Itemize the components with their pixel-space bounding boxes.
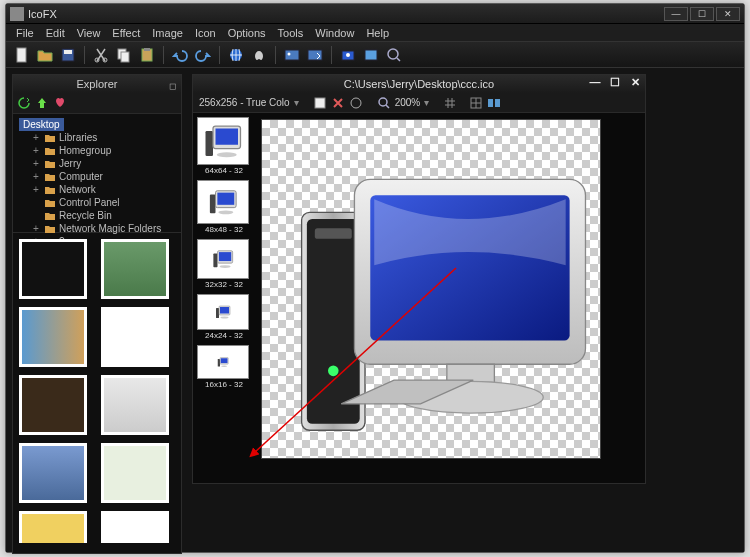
icon-canvas[interactable]	[261, 119, 601, 459]
computer-icon	[262, 120, 600, 458]
menu-tools[interactable]: Tools	[272, 25, 310, 41]
svg-rect-27	[210, 195, 216, 214]
menu-view[interactable]: View	[71, 25, 107, 41]
tree-item[interactable]: +Network	[19, 183, 175, 196]
menubar: File Edit View Effect Image Icon Options…	[6, 24, 744, 42]
menu-effect[interactable]: Effect	[106, 25, 146, 41]
menu-image[interactable]: Image	[146, 25, 189, 41]
svg-rect-25	[216, 129, 239, 145]
menu-help[interactable]: Help	[360, 25, 395, 41]
add-size-icon[interactable]	[313, 96, 327, 110]
size-tile[interactable]	[197, 345, 249, 379]
tree-item-label: Computer	[59, 171, 103, 182]
zoom-icon[interactable]	[377, 96, 391, 110]
thumb-item[interactable]	[19, 443, 87, 503]
tree-item[interactable]: +Libraries	[19, 131, 175, 144]
explorer-panel: Explorer ◻ Desktop +Libraries+Homegroup+…	[12, 74, 182, 554]
tree-item[interactable]: Control Panel	[19, 196, 175, 209]
svg-rect-8	[144, 48, 150, 51]
close-button[interactable]: ✕	[716, 7, 740, 21]
thumb-item[interactable]	[101, 443, 169, 503]
tree-item[interactable]: +Homegroup	[19, 144, 175, 157]
size-tile-label: 16x16 - 32	[197, 379, 251, 390]
app-title: IcoFX	[28, 8, 664, 20]
properties-icon[interactable]	[349, 96, 363, 110]
tree-item-label: Jerry	[59, 158, 81, 169]
doc-close-icon[interactable]: ✕	[627, 76, 643, 90]
tree-root[interactable]: Desktop	[19, 118, 64, 131]
size-tile-label: 32x32 - 32	[197, 279, 251, 290]
expander-icon[interactable]: +	[33, 145, 41, 156]
tree-item[interactable]: +Computer	[19, 170, 175, 183]
toggle-grid-icon[interactable]	[443, 96, 457, 110]
size-tile[interactable]	[197, 239, 249, 279]
save-icon[interactable]	[58, 45, 78, 65]
svg-point-16	[388, 49, 398, 59]
app-window: IcoFX — ☐ ✕ File Edit View Effect Image …	[5, 3, 745, 553]
menu-window[interactable]: Window	[309, 25, 360, 41]
app-icon	[10, 7, 24, 21]
copy-icon[interactable]	[114, 45, 134, 65]
thumb-item[interactable]	[101, 307, 169, 367]
capture-icon[interactable]	[338, 45, 358, 65]
apple-icon[interactable]	[249, 45, 269, 65]
svg-rect-29	[217, 193, 234, 205]
expander-icon[interactable]: +	[33, 158, 41, 169]
thumb-item[interactable]	[19, 375, 87, 435]
expander-icon[interactable]: +	[33, 184, 41, 195]
folder-icon	[45, 185, 55, 195]
toggle-panels-icon[interactable]	[487, 96, 501, 110]
import-image-icon[interactable]	[282, 45, 302, 65]
minimize-button[interactable]: —	[664, 7, 688, 21]
svg-rect-33	[219, 252, 231, 261]
menu-file[interactable]: File	[10, 25, 40, 41]
paste-icon[interactable]	[137, 45, 157, 65]
grid-icon[interactable]	[469, 96, 483, 110]
menu-options[interactable]: Options	[222, 25, 272, 41]
thumb-item[interactable]	[19, 511, 87, 543]
menu-icon[interactable]: Icon	[189, 25, 222, 41]
menu-edit[interactable]: Edit	[40, 25, 71, 41]
windows-icon[interactable]	[226, 45, 246, 65]
maximize-button[interactable]: ☐	[690, 7, 714, 21]
expander-icon[interactable]: +	[33, 223, 41, 234]
tree-item[interactable]: Recycle Bin	[19, 209, 175, 222]
favorite-icon[interactable]	[53, 96, 67, 110]
svg-point-19	[379, 98, 387, 106]
doc-minimize-icon[interactable]: —	[587, 76, 603, 90]
thumb-item[interactable]	[19, 239, 87, 299]
svg-rect-6	[121, 52, 129, 62]
size-tile[interactable]	[197, 294, 249, 330]
svg-rect-45	[315, 228, 352, 239]
refresh-icon[interactable]	[17, 96, 31, 110]
up-icon[interactable]	[35, 96, 49, 110]
size-tile-pic	[198, 346, 248, 378]
workspace: Explorer ◻ Desktop +Libraries+Homegroup+…	[6, 68, 744, 552]
thumb-item[interactable]	[101, 239, 169, 299]
delete-size-icon[interactable]	[331, 96, 345, 110]
size-tile[interactable]	[197, 117, 249, 165]
preview-zoom-icon[interactable]	[384, 45, 404, 65]
tree-item-label: Control Panel	[59, 197, 120, 208]
thumb-item[interactable]	[19, 307, 87, 367]
doc-maximize-icon[interactable]: ☐	[607, 76, 623, 90]
expander-icon[interactable]: +	[33, 132, 41, 143]
svg-point-18	[351, 98, 361, 108]
test-icon[interactable]	[361, 45, 381, 65]
thumb-item[interactable]	[101, 375, 169, 435]
expander-icon[interactable]: +	[33, 171, 41, 182]
export-image-icon[interactable]	[305, 45, 325, 65]
size-tile[interactable]	[197, 180, 249, 224]
redo-icon[interactable]	[193, 45, 213, 65]
explorer-title: Explorer ◻	[13, 75, 181, 93]
tree-item[interactable]: +Jerry	[19, 157, 175, 170]
explorer-close-icon[interactable]: ◻	[165, 77, 179, 91]
undo-icon[interactable]	[170, 45, 190, 65]
thumb-item[interactable]	[101, 511, 169, 543]
open-folder-icon[interactable]	[35, 45, 55, 65]
zoom-level[interactable]: 200%	[395, 97, 421, 108]
new-file-icon[interactable]	[12, 45, 32, 65]
cut-icon[interactable]	[91, 45, 111, 65]
folder-tree: Desktop +Libraries+Homegroup+Jerry+Compu…	[13, 113, 181, 233]
svg-rect-2	[64, 50, 72, 54]
